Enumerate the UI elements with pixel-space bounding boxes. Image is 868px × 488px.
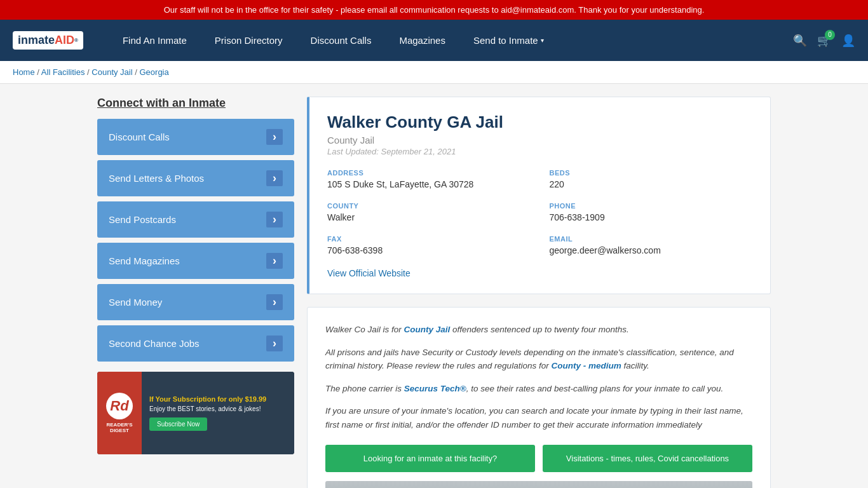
nav-icons: 🔍 🛒 0 👤	[793, 34, 855, 48]
description-para3: The phone carrier is Securus Tech®, to s…	[325, 382, 752, 396]
securus-tech-link[interactable]: Securus Tech®	[404, 384, 466, 393]
fax-value: 706-638-6398	[327, 245, 531, 255]
sidebar-btn-second-chance-jobs-label: Second Chance Jobs	[109, 338, 200, 349]
sidebar-btn-send-magazines[interactable]: Send Magazines ›	[97, 243, 294, 279]
chevron-right-icon: ›	[266, 253, 283, 269]
county-label: COUNTY	[327, 202, 531, 210]
email-block: EMAIL george.deer@walkerso.com	[550, 235, 753, 255]
county-jail-link[interactable]: County Jail	[404, 325, 451, 334]
sidebar-btn-send-letters[interactable]: Send Letters & Photos ›	[97, 160, 294, 196]
breadcrumb-georgia[interactable]: Georgia	[139, 67, 168, 77]
chevron-right-icon: ›	[266, 129, 283, 145]
fax-label: FAX	[327, 235, 531, 243]
logo-image: inmateAID®	[13, 31, 83, 50]
chevron-right-icon: ›	[266, 170, 283, 186]
sidebar-btn-send-postcards[interactable]: Send Postcards ›	[97, 201, 294, 238]
main-container: Connect with an Inmate Discount Calls › …	[85, 97, 783, 488]
county-value: Walker	[327, 212, 531, 222]
sidebar-title: Connect with an Inmate	[97, 97, 294, 110]
phone-block: PHONE 706-638-1909	[550, 202, 753, 222]
search-icon: 🔍	[793, 34, 807, 47]
ad-logo-circle: Rd	[106, 393, 133, 419]
fax-block: FAX 706-638-6398	[327, 235, 531, 255]
facility-image	[325, 481, 752, 488]
address-block: ADDRESS 105 S Duke St, LaFayette, GA 307…	[327, 169, 531, 189]
nav-magazines[interactable]: Magazines	[385, 20, 459, 61]
beds-value: 220	[550, 179, 753, 189]
sidebar: Connect with an Inmate Discount Calls › …	[97, 97, 294, 488]
nav-prison-directory[interactable]: Prison Directory	[201, 20, 297, 61]
phone-value: 706-638-1909	[550, 212, 753, 222]
find-inmate-btn[interactable]: Looking for an inmate at this facility?	[325, 445, 535, 472]
ad-content: Rd READER'S DIGEST If Your Subscription …	[97, 372, 294, 454]
email-value: george.deer@walkerso.com	[550, 245, 753, 255]
search-button[interactable]: 🔍	[793, 34, 807, 48]
beds-label: BEDS	[550, 169, 753, 177]
nav-send-to-inmate[interactable]: Send to Inmate ▾	[459, 20, 558, 61]
nav-links: Find An Inmate Prison Directory Discount…	[109, 20, 793, 61]
sidebar-btn-send-money[interactable]: Send Money ›	[97, 284, 294, 320]
user-button[interactable]: 👤	[841, 34, 855, 48]
ad-subtext: Enjoy the BEST stories, advice & jokes!	[149, 405, 287, 412]
beds-block: BEDS 220	[550, 169, 753, 189]
navbar: inmateAID® Find An Inmate Prison Directo…	[0, 20, 868, 61]
county-block: COUNTY Walker	[327, 202, 531, 222]
description-para2: All prisons and jails have Security or C…	[325, 346, 752, 373]
chevron-right-icon: ›	[266, 212, 283, 227]
address-label: ADDRESS	[327, 169, 531, 177]
ad-logo-section: Rd READER'S DIGEST	[97, 372, 142, 454]
user-icon: 👤	[841, 34, 855, 47]
description-para1: Walker Co Jail is for County Jail offend…	[325, 323, 752, 337]
alert-text: Our staff will not be in the office for …	[164, 5, 705, 15]
facility-last-updated: Last Updated: September 21, 2021	[327, 147, 752, 156]
cart-badge: 0	[825, 30, 835, 40]
facility-name: Walker County GA Jail	[327, 112, 752, 132]
sidebar-advertisement: Rd READER'S DIGEST If Your Subscription …	[97, 372, 294, 454]
ad-text-section: If Your Subscription for only $19.99 Enj…	[142, 372, 294, 454]
sidebar-btn-send-postcards-label: Send Postcards	[109, 214, 176, 225]
chevron-right-icon: ›	[266, 294, 283, 310]
sidebar-btn-send-money-label: Send Money	[109, 297, 162, 308]
ad-logo-text: READER'S DIGEST	[102, 422, 137, 433]
content-area: Walker County GA Jail County Jail Last U…	[307, 97, 771, 488]
facility-card: Walker County GA Jail County Jail Last U…	[307, 97, 771, 294]
ad-headline: If Your Subscription for only $19.99	[149, 395, 287, 403]
breadcrumb-county-jail[interactable]: County Jail	[92, 67, 132, 77]
chevron-right-icon: ›	[266, 336, 283, 351]
description-para4: If you are unsure of your inmate's locat…	[325, 404, 752, 431]
email-label: EMAIL	[550, 235, 753, 243]
facility-info-grid: ADDRESS 105 S Duke St, LaFayette, GA 307…	[327, 169, 752, 255]
facility-type: County Jail	[327, 135, 752, 146]
brand-logo[interactable]: inmateAID®	[13, 31, 83, 50]
breadcrumb-home[interactable]: Home	[13, 67, 35, 77]
sidebar-btn-send-letters-label: Send Letters & Photos	[109, 173, 204, 184]
alert-banner: Our staff will not be in the office for …	[0, 0, 868, 20]
nav-find-inmate[interactable]: Find An Inmate	[109, 20, 201, 61]
official-website-link[interactable]: View Official Website	[327, 268, 410, 278]
breadcrumb: Home / All Facilities / County Jail / Ge…	[0, 61, 868, 84]
nav-discount-calls[interactable]: Discount Calls	[297, 20, 386, 61]
ad-subscribe-button[interactable]: Subscribe Now	[149, 417, 207, 431]
visitations-btn[interactable]: Visitations - times, rules, Covid cancel…	[543, 445, 752, 472]
sidebar-btn-discount-calls-label: Discount Calls	[109, 132, 170, 142]
phone-label: PHONE	[550, 202, 753, 210]
sidebar-btn-second-chance-jobs[interactable]: Second Chance Jobs ›	[97, 325, 294, 362]
description-area: Walker Co Jail is for County Jail offend…	[307, 307, 771, 488]
sidebar-btn-send-magazines-label: Send Magazines	[109, 255, 180, 266]
breadcrumb-all-facilities[interactable]: All Facilities	[41, 67, 85, 77]
address-value: 105 S Duke St, LaFayette, GA 30728	[327, 179, 531, 189]
cart-button[interactable]: 🛒 0	[817, 34, 831, 48]
county-medium-link[interactable]: County - medium	[551, 361, 621, 370]
action-buttons: Looking for an inmate at this facility? …	[325, 445, 752, 472]
sidebar-btn-discount-calls[interactable]: Discount Calls ›	[97, 119, 294, 155]
dropdown-arrow-icon: ▾	[541, 37, 544, 44]
